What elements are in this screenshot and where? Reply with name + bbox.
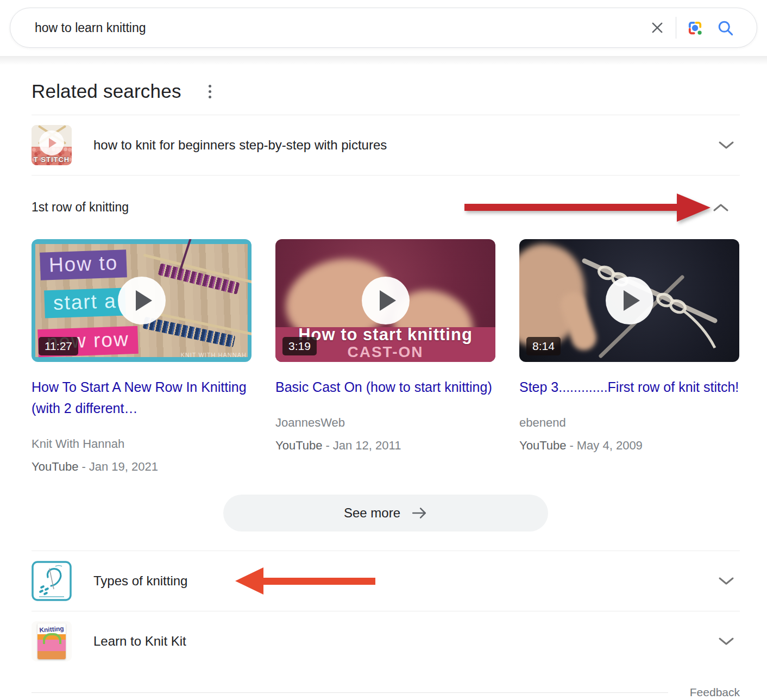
thumbnail-watermark: KNIT WITH HANNAH <box>180 352 247 358</box>
channel-name: JoannesWeb <box>275 416 495 430</box>
google-search-results-page: how to learn knitting <box>0 0 767 700</box>
play-icon[interactable] <box>118 277 166 324</box>
video-meta: YouTube-May 4, 2009 <box>519 439 739 453</box>
search-icon <box>717 20 734 36</box>
related-search-row-types[interactable]: Types of knitting <box>32 551 740 611</box>
video-thumbnail[interactable]: 8:14 <box>519 239 739 362</box>
annotation-arrow-right <box>464 193 711 222</box>
source-name: YouTube <box>32 460 78 473</box>
page-title: Related searches <box>32 80 181 102</box>
chevron-down-icon[interactable] <box>718 140 734 150</box>
search-query-text[interactable]: how to learn knitting <box>35 21 642 35</box>
thumbnail-art <box>32 561 72 601</box>
video-title-link[interactable]: How To Start A New Row In Knitting (with… <box>32 377 252 419</box>
clear-search-button[interactable] <box>642 15 672 41</box>
video-thumbnail[interactable]: How to start knitting CAST-ON 3:19 <box>275 239 495 362</box>
more-options-button[interactable] <box>205 83 215 101</box>
row-thumbnail-kit[interactable]: Knitting <box>32 621 72 661</box>
video-title-link[interactable]: Basic Cast On (how to start knitting) <box>275 377 495 398</box>
google-lens-icon <box>687 20 703 36</box>
search-input[interactable]: how to learn knitting <box>10 8 757 48</box>
play-icon <box>39 130 64 155</box>
source-name: YouTube <box>519 439 566 452</box>
thumbnail-text: start a <box>44 288 126 318</box>
thumbnail-caption: T STITCH <box>32 155 72 164</box>
video-card: How to start knitting CAST-ON 3:19 Basic… <box>275 239 495 474</box>
expanded-section-header[interactable]: 1st row of knitting <box>32 176 740 239</box>
video-meta: YouTube-Jan 19, 2021 <box>32 460 252 474</box>
related-searches-panel: Related searches T STITCH how to knit fo… <box>32 78 740 700</box>
related-search-row-kit[interactable]: Knitting Learn to Knit Kit <box>32 611 740 671</box>
three-dot-menu-icon <box>209 85 211 88</box>
search-bar-icons <box>642 15 740 41</box>
panel-footer: Feedback <box>32 684 740 700</box>
duration-badge: 3:19 <box>282 337 317 355</box>
right-arrow-icon <box>411 506 427 520</box>
thumbnail-art: Knitting <box>37 623 66 659</box>
row-title[interactable]: Learn to Knit Kit <box>93 634 718 649</box>
video-card: How to start a new row KNIT WITH HANNAH … <box>32 239 252 474</box>
video-meta: YouTube-Jan 12, 2011 <box>275 439 495 453</box>
duration-badge: 8:14 <box>526 337 561 355</box>
row-thumbnail-types[interactable] <box>32 561 72 601</box>
search-submit-button[interactable] <box>710 15 740 41</box>
publish-date: Jan 19, 2021 <box>89 460 158 473</box>
video-card: 8:14 Step 3.............First row of kni… <box>519 239 739 474</box>
channel-name: ebenend <box>519 416 739 430</box>
footer-divider <box>32 692 668 693</box>
see-more-button[interactable]: See more <box>223 495 548 532</box>
row-thumbnail-beginners[interactable]: T STITCH <box>32 125 72 165</box>
channel-name: Knit With Hannah <box>32 437 252 451</box>
row-title[interactable]: Types of knitting <box>93 573 718 589</box>
video-results-grid: How to start a new row KNIT WITH HANNAH … <box>32 239 740 474</box>
clear-icon <box>650 20 665 35</box>
publish-date: May 4, 2009 <box>577 439 643 452</box>
source-name: YouTube <box>275 439 322 452</box>
header-scroll-shadow <box>0 56 767 65</box>
publish-date: Jan 12, 2011 <box>333 439 401 452</box>
see-more-label: See more <box>344 505 400 521</box>
related-search-row-beginners[interactable]: T STITCH how to knit for beginners step-… <box>32 115 740 175</box>
heading-row: Related searches <box>32 78 740 105</box>
video-title-link[interactable]: Step 3.............First row of knit sti… <box>519 377 739 398</box>
chevron-down-icon[interactable] <box>718 576 734 586</box>
search-bar-divider <box>676 17 676 39</box>
play-icon[interactable] <box>606 277 653 324</box>
chevron-up-icon[interactable] <box>713 203 729 212</box>
thumbnail-text: How to <box>40 249 127 280</box>
feedback-link[interactable]: Feedback <box>690 686 740 699</box>
duration-badge: 11:27 <box>39 337 78 355</box>
play-icon[interactable] <box>362 277 410 324</box>
search-header: how to learn knitting <box>0 0 767 48</box>
google-lens-button[interactable] <box>680 15 710 41</box>
video-thumbnail[interactable]: How to start a new row KNIT WITH HANNAH … <box>32 239 252 362</box>
annotation-arrow-left <box>235 567 375 595</box>
chevron-down-icon[interactable] <box>718 636 734 646</box>
expanded-section-label[interactable]: 1st row of knitting <box>32 200 129 215</box>
row-title[interactable]: how to knit for beginners step-by-step w… <box>93 138 718 153</box>
